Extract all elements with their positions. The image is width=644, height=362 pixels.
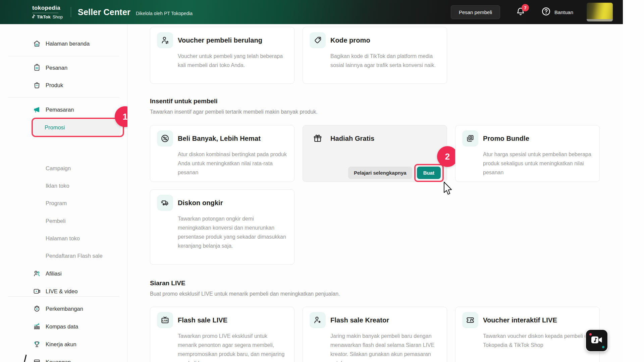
sidebar-divider xyxy=(8,296,119,297)
learn-more-button[interactable]: Pelajari selengkapnya xyxy=(348,167,412,179)
sidebar-item-live-video[interactable]: LIVE & video xyxy=(0,283,127,300)
sidebar-item-produk[interactable]: Produk xyxy=(0,76,127,94)
sidebar-item-keuangan[interactable]: Keuangan xyxy=(0,353,127,362)
tokopedia-tiktok-logo[interactable]: tokopedia TikTok Shop xyxy=(32,5,63,20)
promo-code-tag-icon xyxy=(310,32,326,48)
buyer-messages-button[interactable]: Pesan pembeli xyxy=(451,5,500,19)
order-icon xyxy=(33,64,41,72)
sidebar-item-label: Campaign xyxy=(46,165,71,172)
sidebar-item-label: Keuangan xyxy=(46,359,71,362)
card-title: Kode promo xyxy=(330,37,370,44)
creator-person-star-icon xyxy=(310,312,326,328)
sidebar-divider xyxy=(8,97,119,98)
help-label: Bantuan xyxy=(554,9,573,15)
tiktok-camcorder-icon xyxy=(590,334,603,347)
section-title: Insentif untuk pembeli xyxy=(150,97,318,106)
sidebar-item-program[interactable]: Program xyxy=(0,194,127,212)
promo-card-row-live: LIVE Flash sale LIVE Tawarkan promo LIVE… xyxy=(150,307,600,362)
sidebar-item-campaign[interactable]: Campaign xyxy=(0,160,127,177)
sidebar-item-label: Program xyxy=(46,200,67,206)
sidebar-item-perkembangan[interactable]: Perkembangan xyxy=(0,300,127,317)
notifications-button[interactable]: 7 xyxy=(516,6,526,18)
avatar-image xyxy=(587,3,613,21)
card-description: Bagikan kode di TikTok dan platform medi… xyxy=(330,52,440,70)
percent-circle-icon xyxy=(157,130,173,146)
card-flash-sale-live[interactable]: LIVE Flash sale LIVE Tawarkan promo LIVE… xyxy=(150,307,294,362)
annotation-step2-badge: 2 xyxy=(437,146,458,167)
sidebar-item-label: Pendaftaran Flash sale xyxy=(46,253,103,259)
card-diskon-ongkir[interactable]: Diskon ongkir Tawarkan potongan ongkir d… xyxy=(150,189,294,265)
sidebar-item-label: Kompas data xyxy=(46,323,78,330)
bundle-icon xyxy=(462,130,478,146)
question-circle-icon xyxy=(541,6,551,18)
card-hadiah-gratis[interactable]: Hadiah Gratis Pelajari selengkapnya Buat… xyxy=(303,125,447,182)
tiktok-shop-wordmark: TikTok Shop xyxy=(32,14,63,20)
main-content: Voucher pembeli berulang Voucher untuk p… xyxy=(127,24,623,362)
card-promo-bundle[interactable]: Promo Bundle Atur harga spesial untuk pe… xyxy=(455,125,600,182)
account-performance-icon xyxy=(33,340,41,348)
live-voucher-ticket-icon xyxy=(462,312,478,328)
card-title: Flash sale Kreator xyxy=(330,316,389,324)
create-button[interactable]: Buat xyxy=(417,167,441,179)
account-avatar[interactable] xyxy=(587,3,613,21)
live-video-icon xyxy=(33,287,41,295)
seller-center-page: tokopedia TikTok Shop Seller Center Dike… xyxy=(0,0,644,362)
gift-icon xyxy=(310,130,326,146)
teal-dot xyxy=(602,346,604,348)
logo-divider-line xyxy=(32,13,58,13)
card-description: Jaring makin banyak pembeli baru dengan … xyxy=(330,331,440,362)
card-flash-sale-kreator[interactable]: Flash sale Kreator Jaring makin banyak p… xyxy=(303,307,447,362)
live-tv-icon: LIVE xyxy=(157,312,173,328)
svg-text:LIVE: LIVE xyxy=(162,319,168,322)
shipping-truck-icon xyxy=(157,195,173,211)
sidebar-item-pesanan[interactable]: Pesanan xyxy=(0,59,127,76)
finance-icon xyxy=(33,358,41,362)
sidebar-item-promosi-active[interactable]: Promosi xyxy=(34,120,121,135)
tiktok-label: TikTok xyxy=(37,14,51,19)
sidebar-item-pemasaran[interactable]: Pemasaran xyxy=(0,101,127,118)
sidebar-item-label: Perkembangan xyxy=(46,306,83,312)
card-description: Tawarkan promo LIVE eksklusif untuk mena… xyxy=(178,331,287,362)
sidebar-item-kompas-data[interactable]: Kompas data xyxy=(0,318,127,335)
card-description: Tawarkan voucher diskon kepada pembeli d… xyxy=(483,331,593,350)
sidebar-item-label: LIVE & video xyxy=(46,288,77,295)
card-voucher-pembeli-berulang[interactable]: Voucher pembeli berulang Voucher untuk p… xyxy=(150,27,294,84)
sidebar-item-pembeli[interactable]: Pembeli xyxy=(0,212,127,230)
card-description: Atur harga spesial untuk pembelian beber… xyxy=(483,150,593,177)
promo-card-row-shipping: Diskon ongkir Tawarkan potongan ongkir d… xyxy=(150,189,294,265)
section-title: Siaran LIVE xyxy=(150,279,340,288)
card-title: Promo Bundle xyxy=(483,135,529,142)
sidebar-item-label: Pemasaran xyxy=(46,107,74,113)
sidebar-item-label: Produk xyxy=(46,82,63,88)
promo-card-row-top: Voucher pembeli berulang Voucher untuk p… xyxy=(150,27,447,84)
notification-count-badge: 7 xyxy=(522,4,529,11)
bell-icon xyxy=(516,12,526,18)
sidebar-item-label: Halaman toko xyxy=(46,235,80,242)
page-title: Seller Center xyxy=(78,7,130,17)
card-kode-promo[interactable]: Kode promo Bagikan kode di TikTok dan pl… xyxy=(303,27,447,84)
window-edge-area xyxy=(623,0,644,362)
sidebar-item-label: Pembeli xyxy=(46,218,66,224)
card-voucher-interaktif-live[interactable]: Voucher interaktif LIVE Tawarkan voucher… xyxy=(455,307,600,362)
section-incentives-header: Insentif untuk pembeli Tawarkan insentif… xyxy=(150,97,318,116)
tokopedia-wordmark: tokopedia xyxy=(32,5,63,11)
help-button[interactable]: Bantuan xyxy=(541,6,573,18)
card-beli-banyak-lebih-hemat[interactable]: Beli Banyak, Lebih Hemat Atur diskon kom… xyxy=(150,125,294,182)
section-subtitle: Tawarkan insentif agar pembeli tertarik … xyxy=(150,108,318,116)
card-title: Hadiah Gratis xyxy=(330,135,374,142)
card-title: Beli Banyak, Lebih Hemat xyxy=(178,135,261,142)
card-title: Diskon ongkir xyxy=(178,199,223,207)
sidebar-item-halaman-toko[interactable]: Halaman toko xyxy=(0,230,127,247)
sidebar-item-kinerja-akun[interactable]: Kinerja akun xyxy=(0,336,127,353)
sidebar-item-pendaftaran-flash-sale[interactable]: Pendaftaran Flash sale xyxy=(0,247,127,264)
sidebar-item-iklan-toko[interactable]: Iklan toko xyxy=(0,177,127,194)
tiktok-live-floating-button[interactable] xyxy=(585,329,608,352)
sidebar-item-halaman-beranda[interactable]: Halaman beranda xyxy=(0,35,127,52)
sidebar-item-label: Afiliasi xyxy=(46,270,62,277)
affiliate-icon xyxy=(33,269,41,278)
sidebar-item-label: Iklan toko xyxy=(46,183,69,189)
card-title: Voucher interaktif LIVE xyxy=(483,316,557,324)
sidebar-item-afiliasi[interactable]: Afiliasi xyxy=(0,265,127,282)
card-title: Flash sale LIVE xyxy=(178,316,227,324)
home-icon xyxy=(33,40,41,48)
